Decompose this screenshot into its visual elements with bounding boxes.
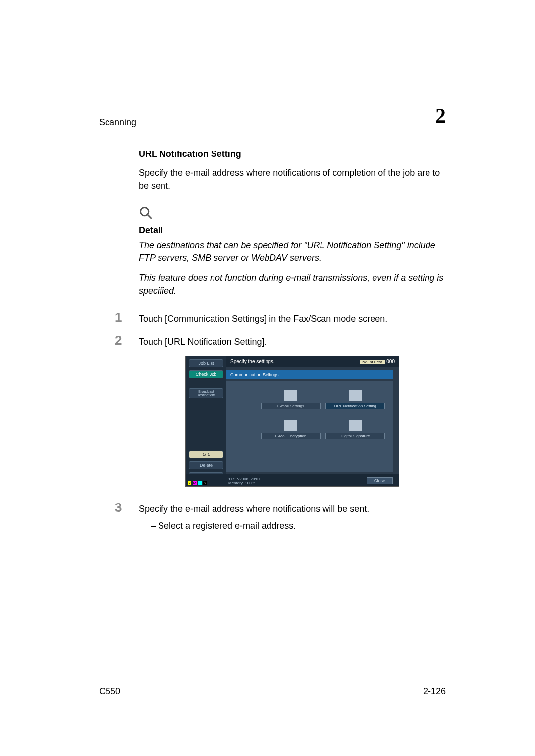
- datetime-memory: 11/17/2006 20:07 Memory 100%: [228, 477, 261, 485]
- detail-paragraph-2: This feature does not function during e-…: [139, 271, 446, 297]
- heading-url-notification: URL Notification Setting: [139, 149, 446, 159]
- step-2: 2 Touch [URL Notification Setting].: [115, 333, 446, 348]
- running-head: Scanning 2: [99, 104, 446, 129]
- chapter-number: 2: [435, 104, 446, 128]
- step-number: 2: [115, 333, 139, 348]
- detail-paragraph-1: The destinations that can be specified f…: [139, 239, 446, 264]
- steps-list-continued: 3 Specify the e-mail address where notif…: [115, 501, 446, 532]
- section-name: Scanning: [99, 117, 136, 128]
- tile-label: E-Mail Encryption: [261, 433, 321, 439]
- magnifier-icon: [139, 206, 446, 222]
- page-number: 2-126: [423, 686, 446, 697]
- svg-line-1: [148, 215, 152, 219]
- intro-paragraph: Specify the e-mail address where notific…: [139, 166, 446, 192]
- num-dest-value: 000: [386, 359, 395, 364]
- step-text: Touch [Communication Settings] in the Fa…: [139, 310, 446, 325]
- tile-label: E-mail Settings: [261, 403, 321, 409]
- step-text: Touch [URL Notification Setting].: [139, 333, 446, 348]
- toner-indicator: Y M C K: [188, 481, 207, 485]
- prompt-text: Specify the settings.: [230, 359, 275, 364]
- screenshot-sidebar: Job List Check Job Broadcast Destination…: [186, 356, 226, 486]
- step-number: 3: [115, 501, 139, 515]
- tile-url-notification[interactable]: URL Notification Setting: [325, 390, 385, 409]
- step-1: 1 Touch [Communication Settings] in the …: [115, 310, 446, 325]
- delete-button[interactable]: Delete: [189, 461, 223, 469]
- url-notification-icon: [349, 390, 362, 401]
- step-number: 1: [115, 310, 139, 325]
- svg-point-0: [141, 208, 149, 216]
- content-area: URL Notification Setting Specify the e-m…: [99, 149, 446, 532]
- panel-title: Communication Settings: [226, 370, 393, 379]
- steps-list: 1 Touch [Communication Settings] in the …: [115, 310, 446, 348]
- device-screenshot: Specify the settings. No. of Dest. 000 J…: [185, 356, 399, 487]
- step-3: 3 Specify the e-mail address where notif…: [115, 501, 446, 532]
- tile-digital-signature[interactable]: Digital Signature: [325, 420, 385, 439]
- tile-label: URL Notification Setting: [325, 403, 385, 409]
- step-3-main: Specify the e-mail address where notific…: [139, 504, 369, 514]
- detail-block: Detail The destinations that can be spec…: [139, 206, 446, 297]
- detail-title: Detail: [139, 225, 446, 236]
- screenshot-body: E-mail Settings URL Notification Setting…: [226, 381, 393, 472]
- page-footer: C550 2-126: [99, 682, 446, 697]
- screenshot-topbar: Specify the settings. No. of Dest. 000: [226, 356, 399, 367]
- close-button[interactable]: Close: [367, 477, 393, 484]
- model-number: C550: [99, 686, 120, 697]
- email-settings-icon: [284, 390, 297, 401]
- signature-icon: [349, 420, 362, 431]
- page-indicator: 1/ 1: [189, 451, 223, 458]
- tile-label: Digital Signature: [325, 433, 385, 439]
- document-page: Scanning 2 URL Notification Setting Spec…: [0, 0, 535, 756]
- step-text: Specify the e-mail address where notific…: [139, 501, 446, 532]
- check-job-button[interactable]: Check Job: [189, 370, 223, 378]
- job-list-button[interactable]: Job List: [189, 359, 223, 367]
- broadcast-button[interactable]: Broadcast Destinations: [189, 388, 223, 398]
- step-3-sub: – Select a registered e-mail address.: [151, 519, 446, 532]
- encryption-icon: [284, 420, 297, 431]
- num-dest-label: No. of Dest.: [360, 360, 385, 364]
- tile-email-settings[interactable]: E-mail Settings: [261, 390, 321, 409]
- tile-email-encryption[interactable]: E-Mail Encryption: [261, 420, 321, 439]
- screenshot-bottombar: Y M C K 11/17/2006 20:07 Memory 100% Clo…: [186, 474, 399, 486]
